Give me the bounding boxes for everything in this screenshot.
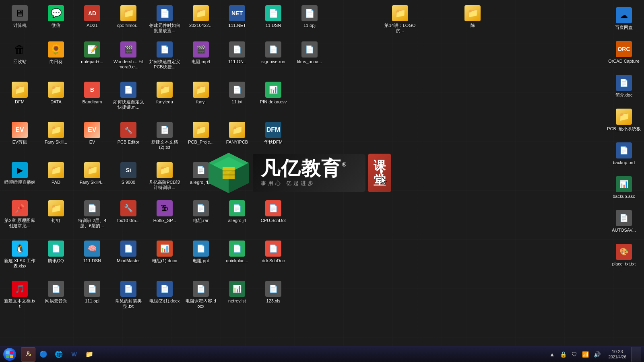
- icon-bandicam[interactable]: B Bandicam: [74, 78, 110, 106]
- icon-resistor1docx[interactable]: 📄 MindMaster: [111, 237, 146, 265]
- icon-fanyi-adv-pcb[interactable]: 📁 凡亿高阶PCB设计特训班...: [147, 159, 182, 192]
- icon-huaqiu-dfm[interactable]: DFM 华秋DFM: [256, 119, 291, 146]
- icon-chen[interactable]: 📁 陈: [455, 2, 490, 30]
- quickplace-label: 电阻.ppt: [193, 258, 209, 263]
- icon-cpc-filmor[interactable]: 📁 cpc-filmor...: [111, 2, 146, 30]
- show-desktop-button[interactable]: [631, 347, 641, 362]
- icon-resistor-ppt[interactable]: 📊 电阻(1).docx: [147, 237, 182, 265]
- icon-nail[interactable]: 📌 第2章 原理图库创建常见...: [2, 197, 37, 230]
- icon-notepad[interactable]: 📝 notepad+...: [74, 38, 110, 66]
- icon-netrev[interactable]: 📄 电阻课程内容.docx: [183, 278, 219, 311]
- icon-orcad[interactable]: ORC OrCAD Capture: [605, 38, 642, 70]
- icon-111onl[interactable]: 📄 111.ONL: [219, 38, 255, 66]
- icon-fpc10[interactable]: 📄 特训班-2层、4层、6层的...: [74, 197, 110, 230]
- icon-11txt[interactable]: 📄 11.txt: [219, 78, 255, 106]
- icon-computer[interactable]: 🖥 计算机: [2, 2, 37, 30]
- icon-11opj[interactable]: 📄 11.opj: [292, 2, 327, 30]
- taskbar-360-icon: 🔵: [39, 350, 47, 358]
- taskbar-icon-chrome[interactable]: 🌐: [52, 347, 66, 362]
- taskbar-icon-explorer[interactable]: 📁: [82, 347, 97, 362]
- icon-allegro-jrl[interactable]: 📄 电阻.rar: [183, 197, 219, 225]
- icon-chapter2[interactable]: 📄 backup.brd: [605, 139, 642, 171]
- icon-pcb-shortcut[interactable]: 📄 如何快速自定义快捷键.m...: [111, 78, 146, 111]
- icon-tencentqq[interactable]: 🐧 新建 XLSX 工作表.xlsx: [2, 237, 37, 270]
- icon-wondersh[interactable]: 🎬 Wondersh... Filmora9.e...: [111, 38, 146, 71]
- bandicam-icon: B: [84, 82, 100, 98]
- taskbar-clock[interactable]: 10:23 2021/4/26: [605, 349, 630, 360]
- icon-pin-delay[interactable]: 📊 PIN delay.csv: [256, 78, 291, 106]
- icon-123xls[interactable]: 📊 netrev.lst: [219, 278, 255, 305]
- icon-doudou[interactable]: ▶ 哔哩哔哩直播姬: [2, 159, 37, 187]
- icon-hotfix-sp[interactable]: 🔧 fpc10-0r5...: [111, 197, 146, 225]
- icon-special-2layer[interactable]: 📁 钉钉: [38, 197, 74, 225]
- icon-backup-asc[interactable]: 📄 CPU.SchDot: [256, 197, 291, 225]
- icon-resistor-doc[interactable]: 📄 常见的封装类型.txt: [111, 278, 146, 311]
- icon-baidu[interactable]: ☁ 百度网盘: [605, 4, 642, 36]
- icon-111net[interactable]: NET 111.NET: [219, 2, 255, 30]
- taskbar-icon-word[interactable]: W: [67, 347, 81, 362]
- icon-resistor-rar[interactable]: 🗜 Hotfix_SP...: [147, 197, 182, 225]
- icon-ddr-schdoc[interactable]: 📄 quickplac...: [219, 237, 255, 265]
- icon-autosav[interactable]: 📄 ddr.SchDoc: [256, 237, 291, 265]
- icon-11dsn[interactable]: 📄 11.DSN: [256, 2, 291, 30]
- icon-history[interactable]: 📁 History: [219, 159, 255, 187]
- 111opj-label: 网易云音乐: [45, 298, 67, 304]
- icon-fanyiedu[interactable]: 📁 fanyiedu: [147, 78, 182, 106]
- icon-si9000[interactable]: Si Si9000: [111, 159, 146, 187]
- icon-fanyi[interactable]: 📁 fanyi: [183, 78, 219, 106]
- taskbar-date-text: 2021/4/26: [609, 354, 627, 360]
- start-button[interactable]: [0, 346, 19, 362]
- tray-arrow-icon[interactable]: ▲: [548, 350, 557, 359]
- icon-163music[interactable]: 🎵 新建文本文档.txt: [2, 278, 37, 311]
- taskbar-time-text: 10:23: [609, 349, 627, 354]
- icon-data[interactable]: 📁 DATA: [38, 78, 74, 106]
- icon-20210422[interactable]: 📁 20210422...: [183, 2, 219, 30]
- icon-new-txt2[interactable]: 📄 AUTOSAV...: [605, 207, 642, 239]
- icon-mindmaster[interactable]: 🧠 111.DSN: [74, 237, 110, 265]
- icon-pcb-quick[interactable]: 📄 如何快速自定义PCB快捷...: [147, 38, 182, 71]
- icon-allegro-jrl1[interactable]: 📄 allegro.jrl,1: [183, 159, 219, 187]
- icon-backup-brd[interactable]: 📄 backup.brd: [256, 159, 291, 187]
- huaqiu-dfm-icon: DFM: [265, 122, 281, 138]
- icon-fanyiskill[interactable]: 📁 FanyiSkill...: [38, 119, 74, 146]
- icon-pad[interactable]: 📁 PAD: [38, 159, 74, 187]
- icon-pcb-min[interactable]: 📁 PCB_最小系统板: [605, 105, 642, 138]
- icon-111opj[interactable]: 📄 网易云音乐: [38, 278, 74, 305]
- icon-resistor-course[interactable]: 📄 电阻(2)(1).docx: [147, 278, 182, 305]
- icon-films-unna[interactable]: 📄 films_unna...: [292, 38, 327, 66]
- icon-jianjie[interactable]: 📄 简介.doc: [605, 72, 642, 104]
- icon-quickplace[interactable]: 📄 电阻.ppt: [183, 237, 219, 265]
- pcb-editor-label: PCB Editor: [118, 140, 139, 145]
- icon-common-pkg[interactable]: 📄 111.opj: [74, 278, 110, 305]
- icon-111dsn[interactable]: 📄 腾讯QQ: [38, 237, 74, 265]
- svg-rect-9: [6, 351, 9, 354]
- pcb-min-folder-icon: 📁: [616, 109, 632, 125]
- icon-ev[interactable]: EV EV: [74, 119, 110, 146]
- tray-network-icon[interactable]: 🔒: [558, 350, 568, 359]
- taskbar-icon-360[interactable]: 🔵: [36, 347, 51, 362]
- icon-place-txt[interactable]: 📄 123.xls: [256, 278, 291, 305]
- tray-shield-icon[interactable]: 🛡: [570, 350, 579, 359]
- icon-pcb-editor[interactable]: 🔧 PCB Editor: [111, 119, 146, 146]
- icon-cpu-schdot[interactable]: 📄 allegro.jrl: [219, 197, 255, 225]
- icon-resistor-mp4[interactable]: 🎬 电阻.mp4: [183, 38, 219, 66]
- icon-14-logo[interactable]: 📁 第14讲：LOGO的...: [382, 2, 418, 35]
- icon-signoise[interactable]: 📄 signoise.run: [256, 38, 291, 66]
- icon-new-txt[interactable]: 📄 新建文本文档(2).txt: [147, 119, 182, 152]
- icon-fanyiskill4[interactable]: 📁 FanyiSkill4...: [74, 159, 110, 187]
- tray-wifi-icon[interactable]: 📶: [580, 350, 590, 359]
- tray-volume-icon[interactable]: 🔊: [592, 350, 602, 359]
- taskbar-icon-ev[interactable]: 凡: [21, 347, 35, 362]
- icon-pad-designer[interactable]: 🎨 place_txt.txt: [605, 241, 642, 273]
- ev-cut-label: EV剪辑: [12, 140, 27, 145]
- icon-recycle[interactable]: 🗑 回收站: [2, 38, 37, 66]
- icon-sunflower[interactable]: 🌻 向日葵: [38, 38, 74, 66]
- icon-ev-cut[interactable]: EV EV剪辑: [2, 119, 37, 146]
- icon-dfm[interactable]: 📁 DFM: [2, 78, 37, 106]
- icon-new-xlsx[interactable]: 📊 backup.asc: [605, 173, 642, 205]
- icon-ad21[interactable]: AD AD21: [74, 2, 110, 30]
- icon-fanyipcb[interactable]: 📁 FANYIPCB: [219, 119, 255, 146]
- icon-pcb-project[interactable]: 📁 PCB_Proje...: [183, 119, 219, 146]
- icon-wechat[interactable]: 💬 微信: [38, 2, 74, 30]
- icon-create-elem[interactable]: 📄 创建元件时如何批量放置...: [147, 2, 182, 35]
